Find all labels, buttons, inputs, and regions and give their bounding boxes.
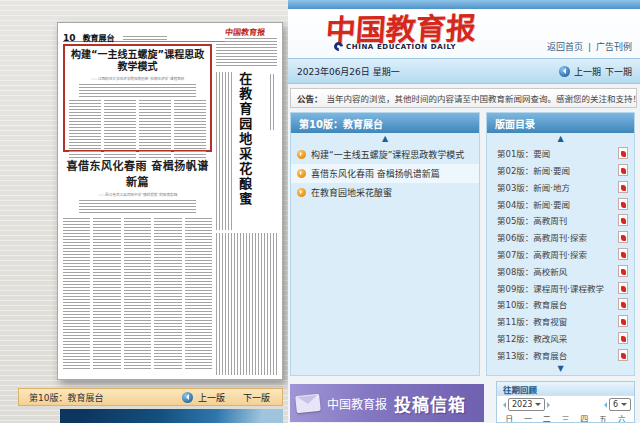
- pdf-icon[interactable]: [618, 147, 628, 159]
- text-placeholder: [124, 218, 151, 369]
- edition-row[interactable]: 第07版：高教周刊·探索: [493, 246, 628, 263]
- text-placeholder: [225, 38, 277, 42]
- year-prev-icon[interactable]: [500, 402, 506, 408]
- article-link-label: 喜借东风化春雨 奋楫扬帆谱新篇: [311, 167, 440, 180]
- article-list-panel: 第10版：教育展台 ▲ 构建“一主线五螺旋”课程思政教学模式 喜借东风化春雨 奋…: [290, 112, 480, 376]
- article3-headline-vertical: 在教育园地采花酿蜜: [237, 72, 251, 230]
- bullet-arrow-icon: [297, 169, 306, 178]
- prev-page-button[interactable]: 上一版: [198, 391, 225, 404]
- pdf-icon[interactable]: [618, 282, 628, 294]
- article1-headline: 构建“一主线五螺旋”课程思政教学模式: [69, 49, 206, 73]
- calendar-weekday-row: 日 一 二 三 四 五 六: [497, 413, 634, 423]
- page-section-name: 教育展台: [83, 34, 115, 43]
- site-logo-en: CHINA EDUCATION DAILY: [346, 43, 456, 51]
- pdf-icon[interactable]: [618, 231, 628, 243]
- scroll-up-icon[interactable]: ▲: [291, 133, 479, 145]
- next-page-button[interactable]: 下一版: [243, 391, 270, 404]
- pdf-icon[interactable]: [618, 298, 628, 310]
- pdf-icon[interactable]: [618, 332, 628, 344]
- text-placeholder: [104, 100, 136, 158]
- article-link-label: 构建“一主线五螺旋”课程思政教学模式: [311, 148, 464, 161]
- edition-panel-title: 版面目录: [487, 113, 634, 133]
- edition-row[interactable]: 第13版：教育展台: [493, 346, 628, 363]
- bottom-ad-banner[interactable]: [60, 409, 283, 423]
- announcement-bar: 公告： 当年内容的浏览，其他时间的内容请至中国教育新闻网查询。感谢您的关注和支持…: [290, 88, 637, 108]
- archive-panel: 往期回顾 2023 6 日 一 二 三 四 五 六: [496, 381, 635, 423]
- edition-row[interactable]: 第08版：高校新风: [493, 262, 628, 279]
- pdf-icon[interactable]: [618, 248, 628, 260]
- edition-row[interactable]: 第02版：新闻·要闻: [493, 162, 628, 179]
- newspaper-page-header: 10 教育展台 中国教育报: [63, 26, 277, 42]
- pdf-icon[interactable]: [618, 349, 628, 361]
- submission-label: 投稿信箱: [394, 391, 466, 416]
- text-placeholder: [79, 200, 196, 215]
- article-list-item[interactable]: 在教育园地采花酿蜜: [291, 183, 479, 202]
- current-page-label: 第10版：教育展台: [19, 391, 182, 404]
- edition-row[interactable]: 第01版：要闻: [493, 145, 628, 162]
- text-placeholder: [216, 72, 232, 230]
- featured-article-box: 构建“一主线五螺旋”课程思政教学模式 ——江西财经大学经济学院探索创新“宏观经济…: [63, 44, 212, 152]
- reader-sidebar: 中国教育报 CHINA EDUCATION DAILY 返回首页 | 广告刊例 …: [288, 0, 640, 423]
- logo-swoosh-icon: [332, 40, 345, 53]
- masthead: 中国教育报 CHINA EDUCATION DAILY 返回首页 | 广告刊例: [288, 9, 640, 58]
- second-article-block: 喜借东风化春雨 奋楫扬帆谱新篇 ——浙江省武义县武阳中学“强校提质”的探索实践: [63, 157, 212, 375]
- text-placeholder: [93, 218, 120, 369]
- submission-banner[interactable]: 中国教育报 投稿信箱: [290, 384, 484, 422]
- prev-issue-icon[interactable]: [559, 66, 570, 77]
- text-placeholder: [139, 100, 171, 158]
- edition-row[interactable]: 第06版：高教周刊·探索: [493, 229, 628, 246]
- article-panel-title: 第10版：教育展台: [291, 113, 479, 133]
- edition-row[interactable]: 第03版：新闻·地方: [493, 179, 628, 196]
- text-placeholder: [63, 218, 90, 369]
- prev-page-icon[interactable]: [182, 392, 193, 403]
- edition-row[interactable]: 第10版：教育展台: [493, 296, 628, 313]
- text-placeholder: [270, 74, 275, 130]
- page-navigation-bar: 第10版：教育展台 上一版 下一版: [18, 388, 283, 406]
- article1-subtitle: ——江西财经大学经济学院探索创新“宏观经济学”课程思政: [76, 75, 199, 80]
- pdf-icon[interactable]: [618, 265, 628, 277]
- month-prev-icon[interactable]: [601, 402, 607, 408]
- article-link-label: 在教育园地采花酿蜜: [311, 186, 392, 199]
- date-bar: 2023年06月26日 星期一 上一期 下一期: [288, 58, 640, 84]
- newspaper-page[interactable]: 10 教育展台 中国教育报 构建“一主线五螺旋”课程思政教学模式 ——江西财经大…: [57, 22, 283, 380]
- text-placeholder: [123, 36, 167, 41]
- announcement-label: 公告：: [297, 92, 323, 104]
- submission-brand: 中国教育报: [327, 395, 387, 412]
- text-placeholder: [185, 218, 212, 369]
- article-list-item[interactable]: 喜借东风化春雨 奋楫扬帆谱新篇: [291, 164, 479, 183]
- pdf-icon[interactable]: [618, 198, 628, 210]
- edition-row[interactable]: 第12版：教改风采: [493, 329, 628, 346]
- pdf-icon[interactable]: [618, 214, 628, 226]
- page-number: 10: [63, 33, 76, 43]
- paper-masthead-mini: 中国教育报: [224, 26, 277, 37]
- pdf-icon[interactable]: [618, 315, 628, 327]
- ads-link[interactable]: 广告刊例: [596, 40, 632, 53]
- caret-down-icon: [535, 403, 541, 409]
- envelope-icon: [295, 393, 321, 412]
- text-placeholder: [216, 44, 277, 68]
- app-window: 10 教育展台 中国教育报 构建“一主线五螺旋”课程思政教学模式 ——江西财经大…: [0, 0, 640, 423]
- edition-row[interactable]: 第04版：新闻·要闻: [493, 195, 628, 212]
- pdf-icon[interactable]: [618, 181, 628, 193]
- scroll-up-icon[interactable]: ▲: [487, 133, 634, 145]
- prev-issue-button[interactable]: 上一期: [574, 65, 601, 78]
- text-placeholder: [174, 100, 206, 158]
- bullet-arrow-icon: [297, 188, 306, 197]
- scroll-down-icon[interactable]: ▼: [487, 363, 634, 375]
- year-select[interactable]: 2023: [508, 398, 545, 411]
- year-next-icon[interactable]: [547, 402, 553, 408]
- edition-row[interactable]: 第09版：课程周刊·课程教学: [493, 279, 628, 296]
- archive-title: 往期回顾: [497, 382, 634, 396]
- text-placeholder: [154, 218, 181, 369]
- next-issue-button[interactable]: 下一期: [605, 65, 632, 78]
- month-select[interactable]: 6: [609, 398, 631, 411]
- article-list-item[interactable]: 构建“一主线五螺旋”课程思政教学模式: [291, 145, 479, 164]
- bullet-arrow-icon: [297, 150, 306, 159]
- newspaper-preview-area: 10 教育展台 中国教育报 构建“一主线五螺旋”课程思政教学模式 ——江西财经大…: [0, 0, 288, 423]
- edition-row[interactable]: 第05版：高教周刊: [493, 212, 628, 229]
- edition-row[interactable]: 第11版：教育视窗: [493, 313, 628, 330]
- home-link[interactable]: 返回首页: [547, 40, 583, 53]
- pdf-icon[interactable]: [618, 164, 628, 176]
- announcement-text: 当年内容的浏览，其他时间的内容请至中国教育新闻网查询。感谢您的关注和支持！: [327, 92, 637, 104]
- text-placeholder: [69, 100, 101, 158]
